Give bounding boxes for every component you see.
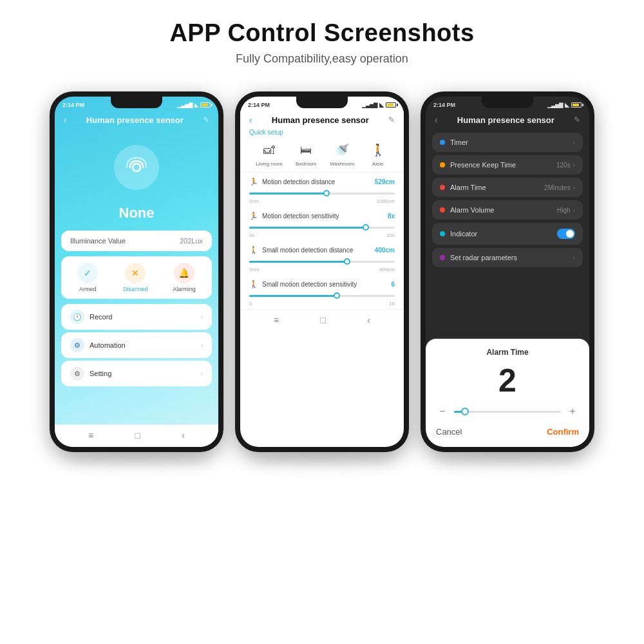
- back-btn-2[interactable]: □: [321, 315, 326, 325]
- home-btn-2[interactable]: ≡: [274, 315, 279, 325]
- alarm-volume-label: Alarm Volume: [450, 206, 494, 214]
- menu-automation[interactable]: ⚙ Automation ›: [61, 332, 212, 358]
- setup-aisle[interactable]: 🚶 Aisle: [368, 141, 388, 167]
- detection-2-value: 8x: [388, 213, 395, 220]
- detection-3: 🚶 Small motion detection distance 400cm …: [240, 241, 404, 275]
- battery-fill-3: [573, 104, 579, 106]
- alarm-volume-value: High: [557, 207, 571, 214]
- phone-1-nav-title: Human presence sensor: [86, 115, 184, 125]
- detection-4-value: 6: [391, 281, 395, 288]
- det4-max: 10: [389, 301, 395, 307]
- home-btn[interactable]: ≡: [88, 430, 93, 440]
- action-armed[interactable]: ✓ Armed: [77, 263, 98, 292]
- settings-alarm-time[interactable]: Alarm Time 2Minutes ›: [432, 178, 583, 197]
- alarm-time-label: Alarm Time: [450, 184, 486, 191]
- back-btn[interactable]: □: [135, 430, 140, 440]
- phone-1-status-icons: ▁▃▅▇ ◣: [177, 102, 211, 108]
- sensor-status: None: [55, 205, 218, 222]
- detection-1-slider[interactable]: [249, 189, 395, 198]
- settings-alarm-volume[interactable]: Alarm Volume High ›: [432, 200, 583, 220]
- battery-icon: [200, 102, 211, 108]
- motion-icon-2: 🏃: [249, 212, 258, 220]
- indicator-dot: [440, 231, 445, 236]
- phone-1-bottom-nav: ≡ □ ‹: [55, 424, 218, 447]
- edit-icon[interactable]: ✎: [203, 115, 209, 124]
- disarmed-label: Disarmed: [123, 286, 148, 292]
- detection-3-label: Small motion detection distance: [262, 247, 353, 254]
- automation-label: Automation: [90, 341, 126, 349]
- phone-3-navbar: ‹ Human presence sensor ✎: [426, 111, 589, 129]
- settings-presence-keep[interactable]: Presence Keep Time 120s ›: [432, 155, 583, 175]
- det4-min: 0: [249, 301, 252, 307]
- back-icon[interactable]: ‹: [64, 115, 67, 125]
- back-icon-3[interactable]: ‹: [435, 115, 438, 125]
- menu-setting[interactable]: ⚙ Setting ›: [61, 361, 212, 386]
- menu-record[interactable]: 🕐 Record ›: [61, 304, 212, 330]
- back-icon-2[interactable]: ‹: [249, 115, 252, 125]
- indicator-toggle[interactable]: [557, 229, 575, 239]
- illuminance-value: 202Lux: [180, 237, 203, 245]
- setup-washroom[interactable]: 🚿 Washroom: [330, 141, 354, 167]
- wifi-icon: ◣: [194, 102, 198, 108]
- settings-timer[interactable]: Timer ›: [432, 133, 583, 152]
- detection-2-label: Motion detection sensitivity: [262, 213, 339, 220]
- det1-max: 1000cm: [377, 198, 395, 204]
- signal-icon-3: ▁▃▅▇: [547, 102, 563, 108]
- wifi-icon-3: ◣: [565, 102, 569, 108]
- automation-icon: ⚙: [70, 338, 84, 352]
- sensor-icon-area: [55, 135, 218, 200]
- bedroom-label: Bedroom: [296, 161, 316, 167]
- action-alarming[interactable]: 🔔 Alarming: [173, 263, 196, 292]
- edit-icon-2[interactable]: ✎: [388, 115, 395, 124]
- edit-icon-3[interactable]: ✎: [574, 115, 580, 124]
- det1-min: 0cm: [249, 198, 259, 204]
- settings-radar[interactable]: Set radar parameters ›: [432, 248, 583, 267]
- alarm-confirm-btn[interactable]: Confirm: [547, 427, 579, 437]
- indicator-label: Indicator: [450, 230, 477, 238]
- timer-chevron: ›: [573, 139, 575, 146]
- phone-2-status-icons: ▁▃▅▇ ◣: [362, 102, 396, 108]
- settings-indicator[interactable]: Indicator: [432, 223, 583, 245]
- detection-4-label: Small motion detection sensitivity: [262, 281, 357, 288]
- page-title: APP Control Screenshots: [0, 19, 644, 47]
- alarm-time-value: 2Minutes: [544, 184, 571, 191]
- phone-3-status-icons: ▁▃▅▇ ◣: [547, 102, 582, 108]
- living-room-label: Living room: [256, 161, 282, 167]
- phone-3-screen: 2:14 PM ▁▃▅▇ ◣ ‹ Human presence sensor ✎: [426, 97, 589, 447]
- presence-label: Presence Keep Time: [450, 161, 516, 169]
- battery-icon-3: [571, 102, 582, 108]
- washroom-label: Washroom: [330, 161, 354, 167]
- washroom-icon: 🚿: [332, 141, 352, 159]
- record-chevron: ›: [200, 313, 203, 321]
- radar-chevron: ›: [573, 254, 575, 261]
- alarming-label: Alarming: [173, 286, 196, 292]
- phone-2: 2:14 PM ▁▃▅▇ ◣ ‹ Human presence sensor ✎…: [235, 91, 409, 452]
- phone-2-notch: [296, 97, 348, 108]
- armed-icon: ✓: [77, 263, 98, 283]
- detection-4-slider[interactable]: [249, 291, 395, 300]
- recent-btn-2[interactable]: ‹: [367, 315, 370, 325]
- det3-min: 0cm: [249, 267, 259, 272]
- setup-bedroom[interactable]: 🛏 Bedroom: [296, 141, 316, 167]
- alarm-cancel-btn[interactable]: Cancel: [436, 427, 462, 437]
- recent-btn[interactable]: ‹: [182, 430, 185, 440]
- armed-label: Armed: [79, 286, 97, 292]
- phone-2-bottom-nav: ≡ □ ‹: [240, 309, 404, 332]
- radar-label: Set radar parameters: [450, 254, 517, 261]
- setup-living-room[interactable]: 🛋 Living room: [256, 141, 282, 167]
- phone-3-nav-title: Human presence sensor: [457, 115, 554, 125]
- page-subtitle: Fully Compatibility,easy operation: [0, 52, 644, 66]
- detection-2: 🏃 Motion detection sensitivity 8x 0x 10x: [240, 207, 404, 241]
- alarm-slider[interactable]: [454, 411, 561, 413]
- detection-3-slider[interactable]: [249, 257, 395, 266]
- svg-point-0: [133, 164, 140, 171]
- detection-2-slider[interactable]: [249, 223, 395, 232]
- alarm-volume-dot: [440, 207, 445, 213]
- alarm-plus-btn[interactable]: +: [566, 405, 579, 418]
- detection-1-value: 529cm: [375, 178, 395, 185]
- quick-setup-icons: 🛋 Living room 🛏 Bedroom 🚿 Washroom 🚶 Ais…: [240, 138, 404, 173]
- detection-3-value: 400cm: [375, 247, 395, 254]
- alarm-minus-btn[interactable]: −: [436, 405, 449, 418]
- phone-1: 2:14 PM ▁▃▅▇ ◣ ‹ Human presence sensor ✎: [50, 91, 223, 452]
- action-disarmed[interactable]: ✕ Disarmed: [123, 263, 148, 292]
